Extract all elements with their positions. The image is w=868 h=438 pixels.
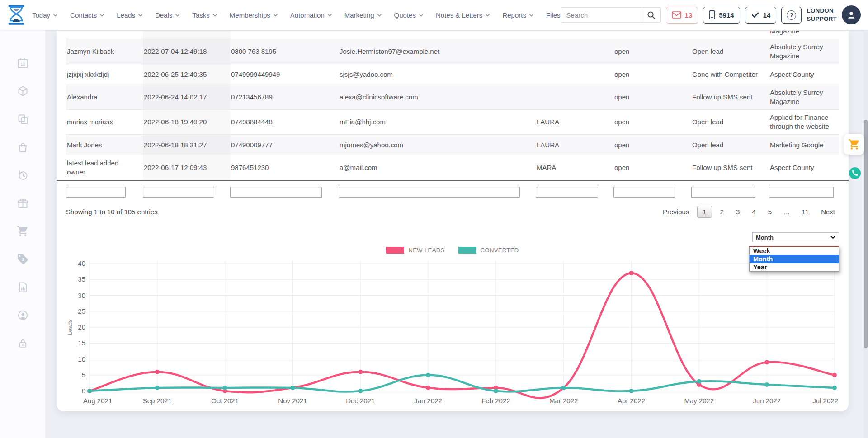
filter-input-2[interactable]	[143, 187, 214, 198]
previous-page-button[interactable]: Previous	[659, 206, 693, 217]
page-button-5[interactable]: 5	[764, 206, 776, 217]
lead-email-cell: mEia@hhj.com	[339, 114, 536, 130]
email-notifications-badge[interactable]: 13	[666, 7, 698, 24]
nav-item-leads[interactable]: Leads	[117, 11, 143, 19]
leads-chart: 0510152025303540Aug 2021Sep 2021Oct 2021…	[66, 256, 839, 411]
sidebar-item-gift[interactable]	[0, 190, 45, 218]
top-bar: TodayContactsLeadsDealsTasksMembershipsA…	[0, 0, 868, 30]
lead-row[interactable]: mariax mariasx2022-06-18 19:40:200749888…	[66, 110, 839, 135]
nav-item-contacts[interactable]: Contacts	[70, 11, 104, 19]
nav-item-reports[interactable]: Reports	[502, 11, 534, 19]
filter-input-5[interactable]	[536, 187, 598, 198]
page-button-3[interactable]: 3	[732, 206, 744, 217]
search-icon	[647, 11, 656, 19]
svg-text:Dec 2021: Dec 2021	[346, 397, 375, 405]
person-icon	[846, 10, 856, 20]
lead-row[interactable]: Mark Jones2022-06-18 18:31:2707490009777…	[66, 135, 839, 155]
nav-item-automation[interactable]: Automation	[290, 11, 332, 19]
nav-item-notes-letters[interactable]: Notes & Letters	[436, 11, 490, 19]
sidebar-item-cube[interactable]	[0, 78, 45, 106]
period-option-month[interactable]: Month	[750, 255, 839, 263]
app-logo[interactable]	[0, 5, 32, 25]
avatar[interactable]	[842, 5, 861, 24]
help-button[interactable]: ?	[781, 7, 802, 24]
filter-input-3[interactable]	[230, 187, 322, 198]
page-button-4[interactable]: 4	[748, 206, 760, 217]
filter-cell	[691, 187, 769, 198]
lead-created-cell: 2022-06-25 12:40:35	[143, 64, 230, 85]
period-select[interactable]: Month	[752, 232, 839, 242]
page-button-2[interactable]: 2	[716, 206, 728, 217]
lead-row[interactable]: Jazmyn Kilback2022-07-04 12:49:180800 76…	[66, 39, 839, 64]
period-option-week[interactable]: Week	[750, 247, 839, 255]
price-tag-icon: $	[17, 253, 29, 267]
lead-source-cell: Applied for Finance through the website	[769, 110, 839, 134]
search-button[interactable]	[642, 8, 660, 22]
lead-owner-cell: LAURA	[536, 137, 613, 153]
svg-text:20: 20	[78, 323, 85, 331]
lead-phone-cell: 07498884448	[230, 114, 339, 130]
nav-item-label: Notes & Letters	[436, 11, 482, 19]
copy-icon	[17, 113, 29, 127]
svg-text:Apr 2022: Apr 2022	[618, 397, 645, 405]
svg-text:12: 12	[20, 62, 25, 66]
shopping-cart-icon	[17, 225, 29, 239]
period-option-year[interactable]: Year	[750, 263, 839, 271]
lead-row[interactable]: latest lead added owner2022-06-17 12:09:…	[66, 155, 839, 180]
lead-row[interactable]: jzjxjxj xkxkdjdj2022-06-25 12:40:3507499…	[66, 64, 839, 85]
lead-stage-cell: Follow up SMS sent	[691, 89, 769, 105]
header-actions: 13 5914 14 ? LONDON SUPPORT	[561, 5, 868, 24]
filter-input-7[interactable]	[691, 187, 755, 198]
phone-fab[interactable]	[849, 167, 861, 179]
sidebar-item-history[interactable]	[0, 162, 45, 190]
filter-row	[57, 181, 849, 198]
legend-swatch	[386, 247, 404, 254]
sidebar-item-lock[interactable]	[0, 330, 45, 358]
nav-item-label: Reports	[502, 11, 526, 19]
lead-phone-cell: 07213456789	[230, 89, 339, 105]
nav-item-today[interactable]: Today	[32, 11, 58, 19]
nav-item-label: Today	[32, 11, 50, 19]
chevron-down-icon	[377, 14, 382, 17]
lead-row[interactable]: Otho Schulist2022-07-04 12:48:250247 020…	[66, 31, 839, 39]
nav-item-quotes[interactable]: Quotes	[394, 11, 424, 19]
nav-item-deals[interactable]: Deals	[155, 11, 180, 19]
nav-item-files[interactable]: Files	[546, 11, 561, 19]
email-count: 13	[685, 11, 693, 19]
svg-text:0: 0	[82, 387, 85, 395]
tasks-done-badge[interactable]: 14	[745, 7, 777, 24]
filter-input-6[interactable]	[613, 187, 675, 198]
table-footer: Showing 1 to 10 of 105 entries Previous1…	[57, 198, 849, 221]
nav-item-marketing[interactable]: Marketing	[344, 11, 382, 19]
filter-input-8[interactable]	[769, 187, 834, 198]
scrollbar-thumb[interactable]	[864, 120, 868, 348]
sidebar-item-calendar[interactable]: 12	[0, 50, 45, 78]
sidebar-item-copy[interactable]	[0, 106, 45, 134]
filter-input-1[interactable]	[66, 187, 126, 198]
lead-row[interactable]: Alexandra2022-06-24 14:02:1707213456789a…	[66, 85, 839, 110]
search-input[interactable]	[561, 11, 642, 19]
scrollbar[interactable]	[863, 30, 868, 438]
cart-fab[interactable]	[844, 134, 864, 155]
chevron-down-icon	[830, 235, 835, 239]
sidebar-item-price-tag[interactable]: $	[0, 246, 45, 274]
next-page-button[interactable]: Next	[817, 206, 839, 217]
sidebar-item-shopping-bag[interactable]	[0, 134, 45, 162]
sms-notifications-badge[interactable]: 5914	[703, 7, 740, 24]
legend-item-new-leads[interactable]: NEW LEADS	[386, 247, 444, 254]
page-button-1[interactable]: 1	[697, 206, 712, 218]
lead-status-cell: open	[613, 137, 691, 153]
lead-stage-cell: Open lead	[691, 114, 769, 130]
svg-text:5: 5	[82, 371, 85, 379]
nav-item-tasks[interactable]: Tasks	[192, 11, 217, 19]
sidebar-item-shopping-cart[interactable]	[0, 218, 45, 246]
legend-item-converted[interactable]: CONVERTED	[458, 247, 519, 254]
lead-name-cell: Alexandra	[66, 89, 143, 105]
lead-name-cell: Otho Schulist	[66, 31, 143, 34]
sidebar-item-user-circle[interactable]	[0, 302, 45, 330]
lead-phone-cell: 9876451230	[230, 160, 339, 175]
filter-input-4[interactable]	[339, 187, 520, 198]
nav-item-memberships[interactable]: Memberships	[230, 11, 278, 19]
page-button-11[interactable]: 11	[798, 206, 813, 217]
sidebar-item-report[interactable]	[0, 274, 45, 302]
